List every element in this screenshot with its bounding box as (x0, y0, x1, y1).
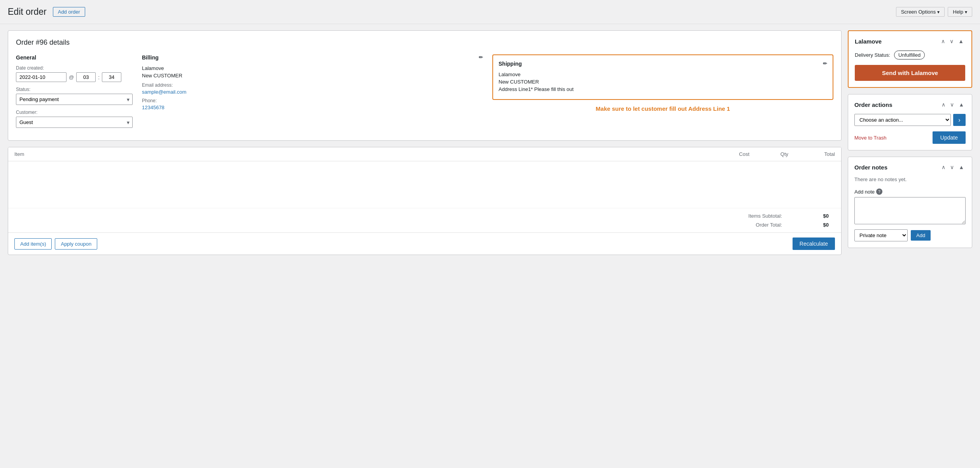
items-subtotal-label: Items Subtotal: (735, 213, 782, 219)
delivery-status-label: Delivery Status: (855, 52, 890, 58)
order-notes-collapse-up-button[interactable]: ∧ (940, 163, 947, 171)
chevron-down-icon: ▾ (965, 9, 967, 15)
customer-group: Customer: Guest (16, 110, 133, 128)
status-label: Status: (16, 87, 133, 92)
status-group: Status: Pending payment Processing On ho… (16, 87, 133, 105)
items-subtotal-value: $0 (805, 213, 829, 219)
billing-phone-label: Phone: (142, 98, 483, 103)
shipping-company: New CUSTOMER (499, 79, 827, 85)
details-grid: General Date created: @ : Status: (16, 54, 833, 133)
status-select-wrapper: Pending payment Processing On hold Compl… (16, 94, 133, 105)
right-column: Lalamove ∧ ∨ ▲ Delivery Status: Unfulfil… (848, 30, 972, 248)
add-note-label-text: Add note (854, 189, 875, 195)
move-to-trash-link[interactable]: Move to Trash (854, 135, 886, 141)
order-actions-collapse-down-button[interactable]: ∨ (948, 101, 956, 108)
lalamove-panel-controls: ∧ ∨ ▲ (940, 37, 965, 45)
billing-section: Billing ✏ Lalamove New CUSTOMER Email ad… (142, 54, 483, 133)
note-type-select[interactable]: Private note Note to customer (854, 229, 908, 241)
shipping-label-text: Shipping (499, 61, 522, 67)
order-actions-toggle-button[interactable]: ▲ (957, 101, 966, 108)
date-created-group: Date created: @ : (16, 65, 133, 82)
col-item-header: Item (14, 151, 703, 157)
shipping-card-inner: Shipping ✏ Lalamove New CUSTOMER Address… (492, 54, 833, 100)
help-icon[interactable]: ? (876, 189, 882, 195)
items-table-body (8, 161, 841, 208)
shipping-section-title: Shipping ✏ (499, 61, 827, 67)
col-total-header: Total (788, 151, 835, 157)
billing-phone-group: Phone: 12345678 (142, 98, 483, 110)
lalamove-collapse-up-button[interactable]: ∧ (940, 37, 947, 45)
shipping-edit-icon[interactable]: ✏ (823, 61, 827, 66)
order-actions-header: Order actions ∧ ∨ ▲ (854, 101, 966, 108)
help-button[interactable]: Help ▾ (948, 7, 972, 17)
col-cost-header: Cost (703, 151, 749, 157)
lalamove-toggle-button[interactable]: ▲ (957, 37, 965, 45)
customer-label: Customer: (16, 110, 133, 115)
order-notes-panel-controls: ∧ ∨ ▲ (940, 163, 966, 171)
order-total-value: $0 (805, 222, 829, 228)
billing-edit-icon[interactable]: ✏ (479, 54, 483, 60)
update-button[interactable]: Update (933, 131, 966, 144)
order-notes-title: Order notes (854, 164, 887, 171)
billing-company: New CUSTOMER (142, 73, 483, 79)
order-actions-panel: Order actions ∧ ∨ ▲ Choose an action... … (848, 94, 972, 150)
note-footer: Private note Note to customer Add (854, 229, 966, 241)
order-notes-toggle-button[interactable]: ▲ (957, 163, 966, 171)
shipping-address: Address Line1* Please fill this out (499, 86, 827, 92)
order-notes-panel: Order notes ∧ ∨ ▲ There are no notes yet… (848, 157, 972, 248)
order-details-title: Order #96 details (16, 38, 833, 47)
billing-name: Lalamove (142, 65, 483, 71)
shipping-section: Shipping ✏ Lalamove New CUSTOMER Address… (492, 54, 833, 133)
billing-section-title: Billing ✏ (142, 54, 483, 61)
general-section-title: General (16, 54, 133, 61)
customer-select-wrapper: Guest (16, 117, 133, 128)
add-order-button[interactable]: Add order (53, 7, 85, 17)
delivery-status-row: Delivery Status: Unfulfilled (855, 51, 965, 59)
add-note-section: Add note ? Private note Note to customer… (854, 189, 966, 241)
col-qty-header: Qty (749, 151, 788, 157)
items-table-footer: Add item(s) Apply coupon Recalculate (8, 232, 841, 255)
billing-email-link[interactable]: sample@email.com (142, 89, 186, 95)
customer-select[interactable]: Guest (16, 117, 133, 128)
recalculate-button[interactable]: Recalculate (793, 237, 835, 250)
date-created-label: Date created: (16, 65, 133, 71)
time-minute-input[interactable] (102, 72, 121, 82)
date-input[interactable] (16, 72, 66, 82)
top-bar-right: Screen Options ▾ Help ▾ (896, 7, 972, 17)
chevron-down-icon: ▾ (937, 9, 940, 15)
lalamove-collapse-down-button[interactable]: ∨ (948, 37, 955, 45)
no-notes-text: There are no notes yet. (854, 176, 966, 182)
order-actions-panel-controls: ∧ ∨ ▲ (940, 101, 966, 108)
items-table-card: Item Cost Qty Total Items Subtotal: $0 O… (8, 147, 842, 255)
help-label: Help (953, 9, 963, 15)
lalamove-header: Lalamove ∧ ∨ ▲ (855, 37, 965, 45)
add-note-label-row: Add note ? (854, 189, 966, 195)
add-note-button[interactable]: Add (911, 230, 931, 241)
lalamove-panel: Lalamove ∧ ∨ ▲ Delivery Status: Unfulfil… (848, 30, 972, 88)
apply-coupon-button[interactable]: Apply coupon (55, 238, 97, 250)
lalamove-title: Lalamove (855, 38, 882, 45)
billing-label-text: Billing (142, 54, 159, 61)
order-actions-collapse-up-button[interactable]: ∧ (940, 101, 947, 108)
send-with-lalamove-button[interactable]: Send with Lalamove (855, 65, 965, 81)
general-section: General Date created: @ : Status: (16, 54, 133, 133)
order-total-label: Order Total: (735, 222, 782, 228)
items-subtotal-row: Items Subtotal: $0 (14, 211, 835, 220)
items-table-header: Item Cost Qty Total (8, 147, 841, 161)
billing-email-label: Email address: (142, 82, 483, 88)
shipping-warning: Make sure to let customer fill out Addre… (492, 105, 833, 114)
note-textarea[interactable] (854, 197, 966, 224)
time-hour-input[interactable] (76, 72, 96, 82)
order-total-row: Order Total: $0 (14, 220, 835, 229)
order-notes-collapse-down-button[interactable]: ∨ (948, 163, 956, 171)
status-select[interactable]: Pending payment Processing On hold Compl… (16, 94, 133, 105)
add-items-button[interactable]: Add item(s) (14, 238, 52, 250)
screen-options-button[interactable]: Screen Options ▾ (896, 7, 945, 17)
billing-email-group: Email address: sample@email.com (142, 82, 483, 95)
billing-phone-link[interactable]: 12345678 (142, 105, 164, 110)
order-action-go-button[interactable]: › (953, 114, 966, 126)
left-column: Order #96 details General Date created: … (8, 30, 842, 255)
shipping-name: Lalamove (499, 72, 827, 77)
top-bar-left: Edit order Add order (8, 7, 85, 17)
order-action-select[interactable]: Choose an action... (854, 114, 951, 126)
